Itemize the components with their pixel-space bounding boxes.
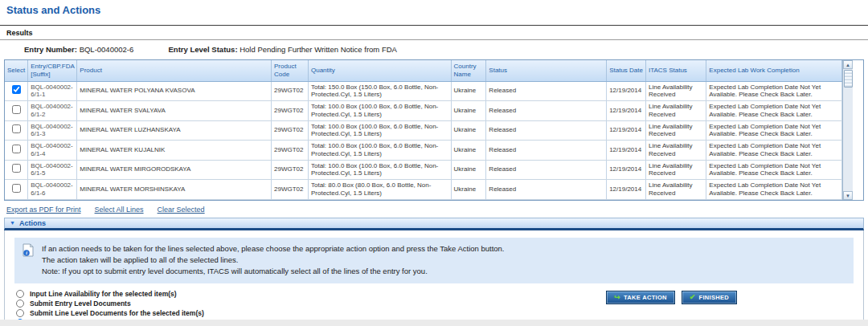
quantity-cell: Total: 150.0 Box (150.0 Box, 6.0 Bottle,…	[308, 81, 451, 101]
table-row: BQL-0040002-6/1-3 MINERAL WATER LUZHANSK…	[5, 120, 842, 141]
itacs-status-cell: Line Availability Received	[645, 101, 706, 121]
entry-cell: BQL-0040002-6/1-5	[28, 160, 77, 180]
info-box: i If an action needs to be taken for the…	[14, 238, 854, 283]
take-action-button[interactable]: ↪ TAKE ACTION	[606, 291, 675, 304]
entry-cell: BQL-0040002-6/1-1	[28, 81, 77, 101]
row-select-checkbox[interactable]	[12, 164, 21, 173]
status-date-cell: 12/19/2014	[607, 141, 646, 161]
scroll-down-icon[interactable]: ▼	[843, 191, 853, 200]
row-select-checkbox[interactable]	[12, 105, 21, 114]
entry-number-value: BQL-0040002-6	[80, 45, 134, 54]
radio-submit-line-level-docs[interactable]	[16, 309, 24, 317]
status-cell: Released	[486, 120, 607, 141]
radio-input-line-availability[interactable]	[16, 290, 24, 298]
export-pdf-link[interactable]: Export as PDF for Print	[6, 206, 81, 214]
table-row: BQL-0040002-6/1-4 MINERAL WATER KUJALNIK…	[5, 141, 842, 161]
table-row: BQL-0040002-6/1-5 MINERAL WATER MIRGOROD…	[5, 160, 842, 180]
country-cell: Ukraine	[451, 120, 486, 141]
status-cell: Released	[486, 160, 607, 180]
col-header-product: Product	[77, 60, 272, 81]
entry-level-status-label: Entry Level Status:	[169, 45, 238, 54]
finished-button[interactable]: ✔ FINISHED	[682, 291, 737, 304]
select-cell	[5, 81, 28, 101]
product-cell: MINERAL WATER LUZHANSKAYA	[77, 120, 272, 141]
row-select-checkbox[interactable]	[12, 85, 21, 94]
scroll-up-icon[interactable]: ▲	[843, 60, 853, 69]
status-cell: Released	[486, 101, 607, 121]
expected-lab-cell: Expected Lab Completion Date Not Yet Ava…	[706, 141, 842, 161]
select-cell	[5, 160, 28, 180]
product-code-cell: 29WGT02	[272, 180, 309, 200]
table-header-row: Select Entry/CBP.FDA [Suffix] Product Pr…	[5, 60, 842, 81]
info-icon: i	[23, 243, 34, 260]
status-date-cell: 12/19/2014	[607, 101, 646, 121]
entry-summary: Entry Number: BQL-0040002-6 Entry Level …	[0, 40, 868, 57]
status-date-cell: 12/19/2014	[607, 180, 646, 200]
col-header-product-code: Product Code	[272, 60, 309, 81]
col-header-select: Select	[5, 60, 28, 81]
option-submit-line-level-docs[interactable]: Submit Line Level Documents for the sele…	[14, 309, 204, 317]
col-header-itacs-status: ITACS Status	[645, 60, 706, 81]
row-select-checkbox[interactable]	[12, 145, 21, 153]
option-input-line-availability[interactable]: Input Line Availability for the selected…	[14, 290, 204, 298]
entry-cell: BQL-0040002-6/1-4	[28, 141, 77, 161]
results-section-label: Results	[0, 26, 868, 39]
col-header-quantity: Quantity	[308, 60, 451, 81]
select-all-lines-link[interactable]: Select All Lines	[95, 206, 144, 214]
product-cell: MINERAL WATER MIRGORODSKAYA	[77, 160, 272, 180]
info-line: If an action needs to be taken for the l…	[42, 243, 505, 255]
product-code-cell: 29WGT02	[272, 81, 309, 101]
option-label: Submit Line Level Documents for the sele…	[30, 309, 204, 317]
table-scrollbar[interactable]: ▲ ▼	[842, 60, 853, 200]
country-cell: Ukraine	[451, 101, 486, 121]
take-action-label: TAKE ACTION	[624, 294, 667, 301]
select-cell	[5, 101, 28, 121]
product-code-cell: 29WGT02	[272, 120, 309, 141]
quantity-cell: Total: 100.0 Box (100.0 Box, 6.0 Bottle,…	[308, 120, 451, 141]
product-cell: MINERAL WATER KUJALNIK	[77, 141, 272, 161]
product-code-cell: 29WGT02	[272, 160, 309, 180]
product-cell: MINERAL WATER SVALYAVA	[77, 101, 272, 121]
col-header-expected-lab: Expected Lab Work Completion	[706, 60, 842, 81]
select-cell	[5, 120, 28, 141]
table-row: BQL-0040002-6/1-6 MINERAL WATER MORSHINS…	[5, 180, 842, 200]
select-cell	[5, 180, 28, 200]
entry-cell: BQL-0040002-6/1-2	[28, 101, 77, 121]
product-code-cell: 29WGT02	[272, 141, 309, 161]
option-label: Input Line Availability for the selected…	[30, 290, 177, 298]
country-cell: Ukraine	[451, 81, 486, 101]
row-select-checkbox[interactable]	[12, 124, 21, 133]
actions-section-header[interactable]: ▼ Actions	[4, 218, 864, 230]
col-header-entry: Entry/CBP.FDA [Suffix]	[28, 60, 77, 81]
scrollbar-thumb[interactable]	[844, 70, 853, 88]
actions-section-title: Actions	[19, 219, 46, 227]
table-row: BQL-0040002-6/1-2 MINERAL WATER SVALYAVA…	[5, 101, 842, 121]
take-action-arrow-icon: ↪	[614, 294, 620, 301]
status-date-cell: 12/19/2014	[607, 120, 646, 141]
select-cell	[5, 141, 28, 161]
info-line: The action taken will be applied to all …	[42, 255, 505, 266]
table-row: BQL-0040002-6/1-1 MINERAL WATER POLYANA …	[5, 81, 842, 101]
row-select-checkbox[interactable]	[12, 184, 21, 193]
expected-lab-cell: Expected Lab Completion Date Not Yet Ava…	[706, 101, 842, 121]
status-cell: Released	[486, 180, 607, 200]
itacs-status-cell: Line Availability Received	[645, 160, 706, 180]
product-cell: MINERAL WATER MORSHINSKAYA	[77, 180, 272, 200]
itacs-status-cell: Line Availability Received	[645, 81, 706, 101]
expected-lab-cell: Expected Lab Completion Date Not Yet Ava…	[706, 160, 842, 180]
expected-lab-cell: Expected Lab Completion Date Not Yet Ava…	[706, 81, 842, 101]
option-label: Submit Entry Level Documents	[30, 300, 131, 308]
status-cell: Released	[486, 81, 607, 101]
entry-number-label: Entry Number:	[24, 45, 77, 54]
radio-submit-entry-level-docs[interactable]	[16, 300, 24, 308]
quantity-cell: Total: 80.0 Box (80.0 Box, 6.0 Bottle, N…	[308, 180, 451, 200]
option-submit-entry-level-docs[interactable]: Submit Entry Level Documents	[14, 300, 204, 308]
info-line: Note: If you opt to submit entry level d…	[42, 266, 505, 277]
table-links: Export as PDF for Print Select All Lines…	[6, 206, 862, 214]
actions-panel: ▼ Actions i If an action needs to be tak…	[4, 218, 864, 325]
clear-selected-link[interactable]: Clear Selected	[158, 206, 205, 214]
status-date-cell: 12/19/2014	[607, 160, 646, 180]
footer-strip	[0, 320, 868, 326]
itacs-status-cell: Line Availability Received	[645, 141, 706, 161]
action-buttons: ↪ TAKE ACTION ✔ FINISHED	[606, 291, 737, 304]
